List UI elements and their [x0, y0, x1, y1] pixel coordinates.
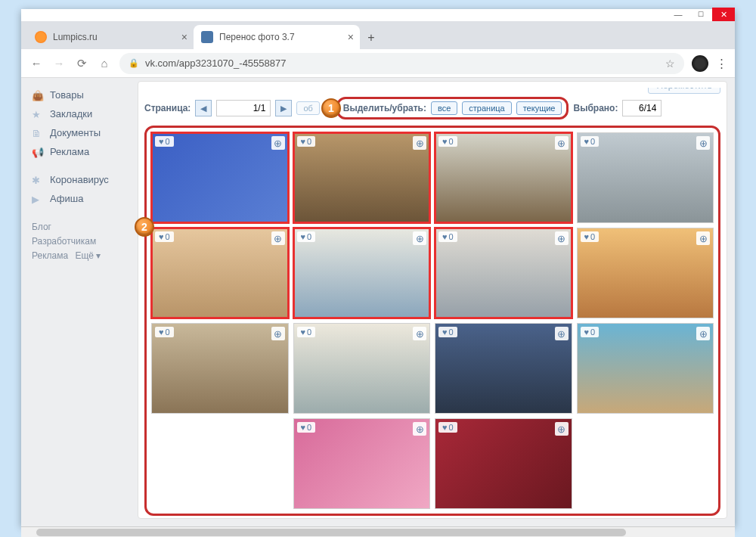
- nav-forward-icon[interactable]: →: [51, 57, 67, 70]
- photo-thumb[interactable]: ♥0 ⊕: [577, 132, 714, 223]
- window-minimize-button[interactable]: —: [667, 8, 689, 21]
- window-titlebar: — ☐ ✕: [21, 9, 735, 21]
- photo-thumb[interactable]: ♥0 ⊕: [577, 323, 714, 414]
- tab-close-icon[interactable]: ×: [348, 31, 354, 43]
- zoom-icon[interactable]: ⊕: [271, 231, 285, 245]
- photo-likes[interactable]: ♥0: [155, 136, 174, 147]
- photo-thumb[interactable]: ♥0 ⊕: [293, 132, 431, 223]
- window-close-button[interactable]: ✕: [712, 8, 735, 21]
- footer-link[interactable]: Блог: [32, 222, 51, 232]
- page-next-button[interactable]: ▶: [275, 100, 292, 116]
- photo-thumb[interactable]: ♥0 ⊕: [293, 323, 431, 414]
- photo-likes[interactable]: ♥0: [297, 422, 316, 433]
- sidebar-item-afisha[interactable]: ▶Афиша: [26, 189, 130, 208]
- browser-menu-icon[interactable]: ⋮: [716, 57, 727, 70]
- photo-thumb[interactable]: ♥0 ⊕: [293, 228, 431, 318]
- page-input[interactable]: [216, 100, 271, 116]
- tab-title: Lumpics.ru: [53, 32, 98, 42]
- nav-reload-icon[interactable]: ⟳: [74, 57, 89, 70]
- sidebar-item-covid[interactable]: ✱Коронавирус: [26, 170, 130, 189]
- new-tab-button[interactable]: +: [360, 26, 383, 49]
- photo-likes[interactable]: ♥0: [155, 231, 174, 242]
- favicon-icon: [201, 31, 213, 43]
- likes-count: 0: [449, 327, 454, 337]
- selected-label: Выбрано:: [573, 103, 618, 113]
- photo-likes[interactable]: ♥0: [297, 327, 316, 337]
- heart-icon: ♥: [442, 423, 448, 432]
- photo-likes[interactable]: ♥0: [581, 327, 600, 337]
- zoom-icon[interactable]: ⊕: [413, 231, 426, 245]
- zoom-icon[interactable]: ⊕: [413, 136, 426, 150]
- bookmark-star-icon[interactable]: ☆: [665, 57, 675, 70]
- zoom-icon[interactable]: ⊕: [696, 136, 710, 150]
- heart-icon: ♥: [584, 137, 590, 146]
- photo-grid-row-last: ♥0 ⊕ ♥0 ⊕: [151, 418, 714, 509]
- likes-count: 0: [166, 327, 170, 337]
- photo-thumb[interactable]: ♥0 ⊕: [435, 228, 572, 318]
- nav-home-icon[interactable]: ⌂: [97, 57, 112, 70]
- annotation-callout-1: Выделить/убрать: все страница текущие: [336, 97, 569, 120]
- select-all-button[interactable]: все: [431, 101, 457, 115]
- photo-likes[interactable]: ♥0: [581, 231, 600, 242]
- zoom-icon[interactable]: ⊕: [271, 327, 285, 340]
- annotation-marker-2: 2: [135, 217, 154, 237]
- horizontal-scrollbar[interactable]: [21, 526, 735, 537]
- photo-likes[interactable]: ♥0: [438, 327, 457, 337]
- photo-thumb[interactable]: ♥0 ⊕: [151, 132, 289, 223]
- nav-back-icon[interactable]: ←: [29, 57, 44, 70]
- photo-thumb[interactable]: ♥0 ⊕: [293, 418, 431, 509]
- sidebar-item-documents[interactable]: 🗎Документы: [26, 123, 130, 142]
- heart-icon: ♥: [442, 232, 448, 241]
- sidebar-item-goods[interactable]: 👜Товары: [26, 85, 130, 104]
- browser-addressbar: ← → ⟳ ⌂ 🔒 vk.com/app3231070_-45558877 ☆ …: [21, 49, 735, 78]
- footer-link[interactable]: Разработчикам: [32, 236, 96, 247]
- photo-likes[interactable]: ♥0: [581, 136, 600, 147]
- zoom-icon[interactable]: ⊕: [413, 422, 426, 436]
- heart-icon: ♥: [159, 137, 164, 146]
- url-input[interactable]: 🔒 vk.com/app3231070_-45558877 ☆: [119, 53, 684, 74]
- photo-thumb[interactable]: ♥0 ⊕: [151, 228, 289, 318]
- photo-likes[interactable]: ♥0: [297, 231, 316, 242]
- photo-thumb[interactable]: ♥0 ⊕: [435, 418, 572, 509]
- doc-icon: 🗎: [32, 128, 42, 138]
- likes-count: 0: [590, 232, 595, 241]
- photo-thumb[interactable]: ♥0 ⊕: [435, 132, 572, 223]
- photo-likes[interactable]: ♥0: [438, 136, 457, 147]
- browser-tab-active[interactable]: Перенос фото 3.7 ×: [194, 25, 360, 49]
- sidebar-item-bookmarks[interactable]: ★Закладки: [26, 104, 130, 123]
- photo-likes[interactable]: ♥0: [438, 422, 457, 433]
- zoom-icon[interactable]: ⊕: [555, 231, 569, 245]
- select-page-button[interactable]: страница: [462, 101, 511, 115]
- zoom-icon[interactable]: ⊕: [413, 327, 426, 340]
- page-label: Страница:: [144, 103, 191, 113]
- play-icon: ▶: [32, 194, 42, 204]
- zoom-icon[interactable]: ⊕: [271, 136, 285, 150]
- scrollbar-thumb[interactable]: [36, 529, 626, 536]
- zoom-icon[interactable]: ⊕: [555, 422, 569, 436]
- profile-avatar[interactable]: [692, 55, 708, 72]
- sidebar-item-ads[interactable]: 📢Реклама: [26, 142, 130, 161]
- zoom-icon[interactable]: ⊕: [696, 231, 710, 245]
- footer-link[interactable]: Ещё ▾: [75, 250, 101, 261]
- photo-thumb[interactable]: ♥0 ⊕: [151, 323, 289, 414]
- zoom-icon[interactable]: ⊕: [555, 327, 569, 340]
- photo-likes[interactable]: ♥0: [297, 136, 316, 147]
- app-panel: Переместить Страница: ◀ ▶ об 1 Выделить/…: [138, 81, 727, 519]
- photo-thumb[interactable]: ♥0 ⊕: [577, 228, 714, 318]
- likes-count: 0: [590, 137, 595, 146]
- zoom-icon[interactable]: ⊕: [696, 327, 710, 340]
- photo-grid: ♥0 ⊕ ♥0 ⊕ ♥0 ⊕ ♥0 ⊕ ♥0 ⊕ ♥0 ⊕ ♥0 ⊕ ♥0 ⊕ …: [151, 132, 714, 414]
- move-button[interactable]: Переместить: [648, 88, 720, 94]
- photo-thumb[interactable]: ♥0 ⊕: [435, 323, 572, 414]
- page-prev-button[interactable]: ◀: [195, 100, 212, 116]
- tab-close-icon[interactable]: ×: [181, 31, 187, 43]
- footer-link[interactable]: Реклама: [32, 250, 68, 261]
- window-maximize-button[interactable]: ☐: [689, 8, 712, 21]
- zoom-icon[interactable]: ⊕: [555, 136, 569, 150]
- select-current-button[interactable]: текущие: [516, 101, 562, 115]
- photo-likes[interactable]: ♥0: [155, 327, 174, 337]
- sidebar-item-label: Афиша: [50, 193, 83, 204]
- hidden-button[interactable]: об: [296, 101, 319, 115]
- photo-likes[interactable]: ♥0: [438, 231, 457, 242]
- browser-tab[interactable]: Lumpics.ru ×: [27, 25, 194, 49]
